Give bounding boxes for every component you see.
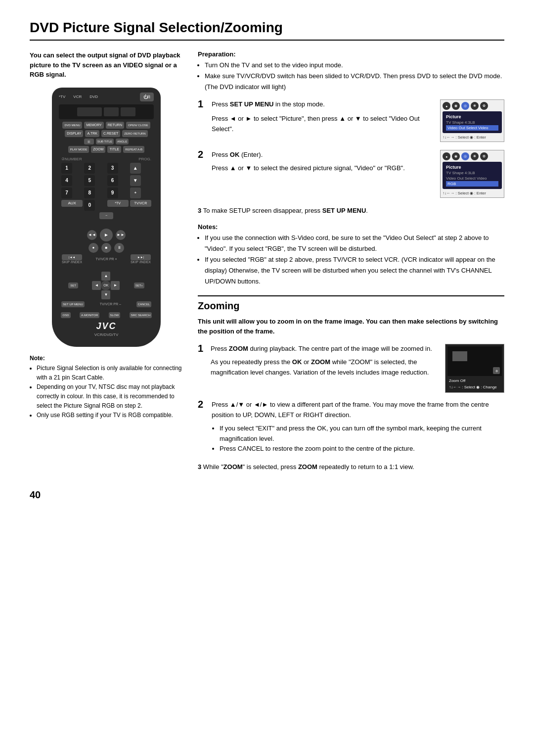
btn-prog-up[interactable]: ▲ — [130, 163, 141, 174]
angle-btn[interactable]: ANGLE — [116, 139, 129, 144]
dvd-menu-btn[interactable]: DVD MENU — [62, 122, 82, 129]
rew-btn[interactable]: ◄◄ — [87, 230, 97, 240]
title-btn[interactable]: TITLE — [107, 146, 121, 153]
nav-left-btn[interactable]: ◄ — [92, 281, 101, 290]
pause-btn[interactable]: ⏸ — [114, 243, 124, 253]
skip-fwd-btn[interactable]: ►►| — [131, 254, 151, 260]
subtitle-btn[interactable]: SUB TITLE — [96, 139, 114, 144]
s2-rgb: RGB — [446, 181, 498, 187]
row1-buttons: DVD MENU MEMORY RETURN OPEN/ CLOSE — [59, 122, 154, 129]
zoom-btn[interactable]: ZOOM — [91, 146, 105, 153]
step-2-number: 2 — [198, 149, 207, 160]
s2-icon-1: ● — [443, 152, 450, 160]
display-area — [59, 104, 154, 119]
nav-down-btn[interactable]: ▼ — [101, 290, 110, 299]
zoom-step-2: 2 Press ▲/▼ or ◄/► to view a different p… — [198, 400, 504, 454]
nav-up-btn[interactable]: ▲ — [101, 272, 110, 281]
remote-control: *TV VCR DVD ⏻/I DVD MENU MEMORY RETU — [52, 88, 161, 347]
cancel-btn[interactable]: CANCEL — [136, 301, 151, 307]
zoom-bullet-2: Press CANCEL to restore the zoom point t… — [220, 444, 504, 454]
icon-1: ● — [443, 102, 450, 110]
repeat-ab-btn[interactable]: REPEAT A-B — [123, 146, 144, 153]
counter-btn[interactable]: ||| — [84, 139, 94, 144]
btn-4[interactable]: 4 — [61, 175, 72, 186]
step2-menu-icons: ● ◉ ◎ ❋ ✿ — [443, 152, 502, 160]
btn-prog-down[interactable]: ▼ — [130, 175, 141, 186]
slow-btn[interactable]: SLOW — [109, 312, 121, 318]
s2-menu-picture: Picture — [446, 164, 498, 170]
note-list: Picture Signal Selection is only availab… — [30, 364, 183, 421]
step2-menu-screen: Picture TV Shape 4:3LB Video Out Select … — [443, 162, 502, 189]
stop-btn[interactable]: ■ — [101, 243, 111, 253]
btn-tvvcr[interactable]: TV/VCR — [130, 200, 151, 207]
btn-2[interactable]: 2 — [84, 163, 95, 174]
numpad-section: ②NUMBER PROG. 1 2 3 ▲ 4 5 6 ▼ 7 8 — [59, 154, 154, 223]
right-column: Preparation: Turn ON the TV and set to t… — [198, 50, 504, 479]
btn-plus[interactable]: + — [130, 188, 141, 198]
vol-minus[interactable]: − — [99, 212, 113, 219]
note-title: Note: — [30, 355, 183, 362]
nav-right-btn[interactable]: ► — [111, 281, 120, 290]
s2-tv-shape: TV Shape 4:3LB — [446, 170, 498, 176]
play-btn[interactable]: ► — [100, 229, 113, 241]
zooming-title: Zooming — [198, 295, 504, 312]
memory-btn[interactable]: MEMORY — [84, 122, 103, 129]
step1-nav-hint: ↑↓←→ : Select ◉ : Enter — [443, 135, 502, 140]
preparation-section: Preparation: Turn ON the TV and set to t… — [198, 50, 504, 93]
note-item-3: Only use RGB setting if your TV is RGB c… — [37, 411, 183, 420]
remote-image: *TV VCR DVD ⏻/I DVD MENU MEMORY RETU — [30, 88, 183, 347]
jvc-logo: JVC — [59, 321, 154, 331]
skip-back-label: SKIP /INDEX — [62, 260, 82, 264]
prog-label: PROG. — [138, 157, 151, 161]
zoom-step-2-num: 2 — [198, 399, 207, 410]
btn-8[interactable]: 8 — [84, 188, 95, 198]
btn-tv[interactable]: *TV — [107, 200, 129, 207]
icon-5: ✿ — [480, 102, 488, 110]
osd-btn[interactable]: OSD — [61, 312, 71, 318]
set-btn[interactable]: SET — [68, 283, 78, 288]
s2-video-out: Video Out Select Video — [446, 176, 498, 181]
creset-btn[interactable]: C.RESET — [101, 130, 120, 137]
zoom-step-1-p1: Press ZOOM during playback. The centre p… — [211, 344, 440, 354]
note-1: If you use the connection with S-Video c… — [205, 233, 504, 254]
atrk-btn[interactable]: A.TRK — [85, 130, 99, 137]
s2-icon-2: ◉ — [452, 152, 460, 160]
nav-ok-btn[interactable]: OK — [101, 281, 111, 290]
zoom-step-1-content: 1 Press ZOOM during playback. The centre… — [198, 344, 440, 378]
btn-7[interactable]: 7 — [61, 188, 72, 198]
btn-1[interactable]: 1 — [61, 163, 72, 174]
zoom-step-2-bullets: If you select "EXIT" and press the OK, y… — [212, 424, 504, 454]
nav-ring: ▲ ◄ OK ► ▼ — [92, 272, 120, 299]
number-label: ②NUMBER — [61, 157, 82, 161]
power-button[interactable]: ⏻/I — [140, 93, 154, 101]
btn-6[interactable]: 6 — [107, 175, 118, 186]
setup-menu-btn[interactable]: SET UP MENU — [61, 301, 85, 307]
set-plus-btn[interactable]: SET+ — [134, 283, 144, 288]
remote-model-label: VCR/DVD/TV — [59, 332, 154, 337]
zero-return-btn[interactable]: ZERO RETURN — [122, 130, 147, 137]
play-mode-btn[interactable]: PLAY MODE — [68, 146, 89, 153]
fwd-btn[interactable]: ►► — [116, 230, 126, 240]
open-close-btn[interactable]: OPEN/ CLOSE — [126, 122, 150, 129]
btn-aux[interactable]: AUX — [61, 200, 83, 207]
rec-btn[interactable]: ● — [89, 243, 98, 253]
menu-label-picture: Picture — [446, 114, 498, 120]
a-monitor-btn[interactable]: A.MONITOR — [80, 312, 99, 318]
menu-video-out: Video Out Select Video — [446, 125, 498, 131]
step-3-number: 3 — [198, 207, 201, 214]
zoom-hint: ↑↓←→ : Select ◉ : Change — [447, 384, 502, 390]
src-search-btn[interactable]: SRC SEARCH — [130, 312, 152, 318]
btn-5[interactable]: 5 — [84, 175, 95, 186]
display-btn[interactable]: DISPLAY — [65, 130, 83, 137]
step-1-text: Press SET UP MENU in the stop mode. — [212, 99, 435, 110]
notes-list: If you use the connection with S-Video c… — [198, 233, 504, 287]
skip-fwd-label: SKIP /INDEX — [131, 260, 151, 264]
step-2-text2: Press ▲ or ▼ to select the desired pictu… — [212, 163, 435, 174]
return-btn[interactable]: RETURN — [106, 122, 124, 129]
btn-3[interactable]: 3 — [107, 163, 118, 174]
s2-icon-3: ◎ — [461, 152, 469, 160]
skip-back-section: |◄◄ SKIP /INDEX — [62, 254, 82, 264]
skip-back-btn[interactable]: |◄◄ — [62, 254, 82, 260]
btn-0[interactable]: 0 — [84, 200, 95, 211]
btn-9[interactable]: 9 — [107, 188, 118, 198]
